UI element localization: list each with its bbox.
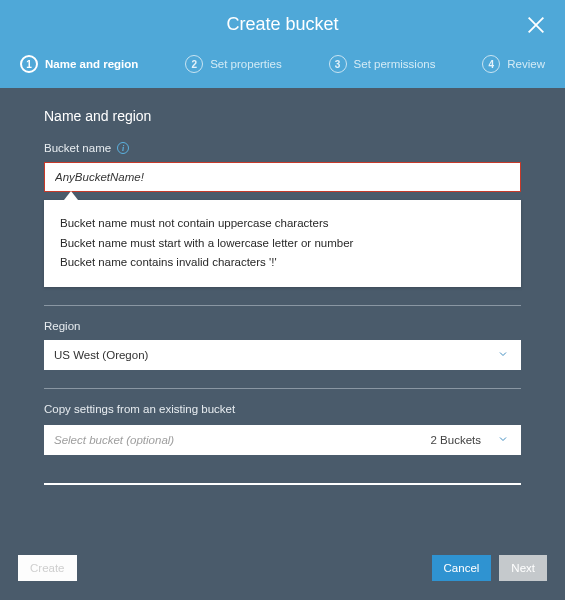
step-number: 3 (329, 55, 347, 73)
modal-header: Create bucket 1 Name and region 2 Set pr… (0, 0, 565, 88)
close-button[interactable] (525, 14, 547, 36)
step-name-and-region[interactable]: 1 Name and region (20, 55, 138, 73)
copy-settings-select[interactable]: Select bucket (optional) 2 Buckets (44, 425, 521, 455)
region-label: Region (44, 320, 521, 332)
next-button[interactable]: Next (499, 555, 547, 581)
section-title: Name and region (44, 108, 521, 124)
cancel-button[interactable]: Cancel (432, 555, 492, 581)
divider (44, 305, 521, 306)
bucket-name-error-box: Bucket name must not contain uppercase c… (44, 200, 521, 287)
wizard-steps: 1 Name and region 2 Set properties 3 Set… (0, 45, 565, 85)
step-label: Set permissions (354, 58, 436, 70)
divider-thick (44, 483, 521, 485)
close-icon (525, 14, 547, 36)
modal-title: Create bucket (0, 14, 565, 45)
step-label: Review (507, 58, 545, 70)
info-icon[interactable]: i (117, 142, 129, 154)
step-number: 2 (185, 55, 203, 73)
error-message: Bucket name must not contain uppercase c… (60, 214, 505, 234)
bucket-name-input[interactable] (44, 162, 521, 192)
step-label: Name and region (45, 58, 138, 70)
error-message: Bucket name must start with a lowercase … (60, 234, 505, 254)
step-number: 1 (20, 55, 38, 73)
error-message: Bucket name contains invalid characters … (60, 253, 505, 273)
modal-body: Name and region Bucket name i Bucket nam… (0, 88, 565, 546)
bucket-name-label-text: Bucket name (44, 142, 111, 154)
region-select[interactable]: US West (Oregon) (44, 340, 521, 370)
copy-settings-right: 2 Buckets (431, 433, 510, 447)
step-review[interactable]: 4 Review (482, 55, 545, 73)
create-bucket-modal: Create bucket 1 Name and region 2 Set pr… (0, 0, 565, 600)
create-button[interactable]: Create (18, 555, 77, 581)
region-value: US West (Oregon) (54, 349, 148, 361)
copy-settings-label: Copy settings from an existing bucket (44, 403, 521, 415)
error-pointer-icon (64, 191, 78, 200)
chevron-down-icon (497, 346, 509, 364)
divider (44, 388, 521, 389)
chevron-down-icon (497, 433, 509, 447)
footer-right-buttons: Cancel Next (432, 555, 547, 581)
step-set-properties[interactable]: 2 Set properties (185, 55, 282, 73)
bucket-name-label: Bucket name i (44, 142, 521, 154)
modal-footer: Create Cancel Next (0, 546, 565, 600)
copy-settings-placeholder: Select bucket (optional) (54, 434, 174, 446)
step-number: 4 (482, 55, 500, 73)
step-set-permissions[interactable]: 3 Set permissions (329, 55, 436, 73)
bucket-count: 2 Buckets (431, 434, 482, 446)
step-label: Set properties (210, 58, 282, 70)
